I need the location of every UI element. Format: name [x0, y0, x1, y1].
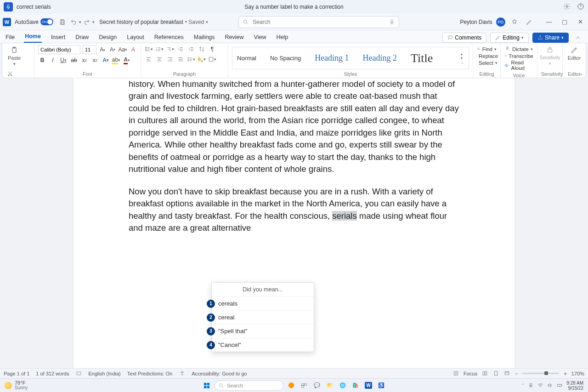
borders-icon[interactable]: ▾	[208, 55, 216, 63]
replace-button[interactable]: Replace	[477, 53, 497, 59]
system-clock[interactable]: 9:28 AM 9/15/22	[566, 381, 583, 391]
print-layout-icon[interactable]	[493, 370, 499, 377]
change-case-icon[interactable]: Aa▾	[119, 45, 127, 54]
save-icon[interactable]	[59, 18, 66, 26]
tray-battery-icon[interactable]	[557, 382, 563, 388]
minimize-button[interactable]: —	[544, 18, 554, 25]
tab-file[interactable]: File	[5, 32, 16, 43]
redo-icon[interactable]	[83, 18, 90, 26]
tab-review[interactable]: Review	[224, 32, 245, 43]
web-layout-icon[interactable]	[504, 370, 510, 377]
styles-gallery[interactable]: Normal No Spacing Heading 1 Heading 2 Ti…	[232, 47, 469, 69]
search-input[interactable]	[253, 19, 385, 25]
font-color-icon[interactable]: A▾	[123, 56, 131, 64]
style-normal[interactable]: Normal	[237, 55, 256, 62]
tab-draw[interactable]: Draw	[74, 32, 90, 43]
share-button[interactable]: Share▾	[532, 33, 569, 43]
spellcheck-icon[interactable]	[75, 370, 82, 377]
clear-formatting-icon[interactable]: A	[129, 45, 137, 54]
select-button[interactable]: Select▾	[477, 60, 497, 66]
font-name-select[interactable]	[38, 45, 80, 54]
weather-widget[interactable]: 78°F Sunny	[0, 381, 32, 390]
font-size-select[interactable]	[83, 45, 96, 54]
line-spacing-icon[interactable]: ▾	[187, 55, 195, 63]
editor-button[interactable]: Editor	[566, 45, 582, 62]
pen-icon[interactable]	[526, 18, 533, 26]
edge-icon[interactable]: 🌐	[338, 381, 348, 391]
microphone-icon[interactable]	[4, 2, 13, 11]
tab-help[interactable]: Help	[275, 32, 289, 43]
read-aloud-button[interactable]: Read Aloud	[504, 60, 533, 71]
read-mode-icon[interactable]	[482, 370, 488, 377]
page-count[interactable]: Page 1 of 1	[4, 371, 29, 376]
tab-layout[interactable]: Layout	[126, 32, 145, 43]
align-left-icon[interactable]	[145, 55, 153, 63]
italic-button[interactable]: I	[49, 56, 57, 64]
editing-mode-button[interactable]: Editing▾	[490, 33, 529, 43]
highlight-icon[interactable]: ab▾	[112, 56, 120, 64]
task-view-icon[interactable]	[299, 381, 309, 391]
sort-icon[interactable]	[198, 45, 206, 53]
maximize-button[interactable]: ▢	[560, 18, 570, 25]
subscript-button[interactable]: x2	[80, 56, 89, 64]
tab-references[interactable]: References	[153, 32, 185, 43]
help-icon[interactable]	[577, 3, 584, 11]
doc-name-dropdown[interactable]: ▾	[206, 20, 208, 24]
tray-volume-icon[interactable]	[547, 382, 553, 388]
text-predictions-status[interactable]: Text Predictions: On	[127, 371, 172, 376]
style-no-spacing[interactable]: No Spacing	[270, 55, 301, 62]
sensitivity-button[interactable]: Sensitivity ▾	[541, 45, 559, 67]
document-name[interactable]: Secret history of popular breakfast	[99, 19, 183, 25]
qat-customize[interactable]: ▾	[92, 20, 95, 24]
paragraph-1[interactable]: history. When humanity switched from a h…	[129, 78, 459, 176]
show-marks-icon[interactable]: ¶	[208, 45, 216, 53]
zoom-in-button[interactable]: +	[564, 371, 566, 376]
collapse-ribbon-icon[interactable]	[574, 34, 582, 41]
popup-option-3[interactable]: 3"Spell that"	[212, 324, 314, 338]
tab-mailings[interactable]: Mailings	[193, 32, 216, 43]
shading-icon[interactable]: ▾	[198, 55, 206, 63]
tray-mic-icon[interactable]	[528, 382, 534, 388]
highlighted-word[interactable]: serials	[332, 211, 356, 221]
accessibility-status[interactable]: Accessibility: Good to go	[192, 371, 247, 376]
cut-icon[interactable]	[6, 70, 14, 78]
increase-indent-icon[interactable]	[187, 45, 195, 53]
word-taskbar-icon[interactable]: W	[363, 381, 373, 391]
justify-icon[interactable]	[176, 55, 185, 63]
tab-home[interactable]: Home	[24, 31, 42, 43]
shrink-font-icon[interactable]: A▾	[109, 45, 117, 54]
tab-design[interactable]: Design	[98, 32, 118, 43]
store-icon[interactable]: 🛍️	[351, 381, 361, 391]
zoom-out-button[interactable]: −	[515, 371, 518, 376]
tab-insert[interactable]: Insert	[50, 32, 66, 43]
accessibility-taskbar-icon[interactable]: ♿	[376, 381, 386, 391]
align-center-icon[interactable]	[155, 55, 164, 63]
tab-view[interactable]: View	[253, 32, 267, 43]
taskbar-search[interactable]: Search	[215, 381, 283, 391]
grow-font-icon[interactable]: A▴	[99, 45, 107, 54]
copilot-icon[interactable]: 🟠	[286, 381, 296, 391]
close-button[interactable]: ✕	[575, 18, 585, 25]
superscript-button[interactable]: x2	[91, 56, 99, 64]
zoom-slider[interactable]	[522, 373, 559, 374]
style-heading1[interactable]: Heading 1	[315, 53, 349, 63]
tray-chevron-icon[interactable]: ˄	[522, 383, 524, 388]
search-box[interactable]	[238, 16, 399, 28]
user-name[interactable]: Peyton Davis	[460, 19, 492, 25]
paste-button[interactable]: Paste ▾	[6, 45, 23, 67]
tray-wifi-icon[interactable]	[537, 382, 543, 388]
start-button[interactable]	[202, 381, 212, 391]
popup-option-2[interactable]: 2cereal	[212, 311, 314, 324]
style-title[interactable]: Title	[411, 51, 433, 65]
bold-button[interactable]: B	[38, 56, 46, 64]
avatar[interactable]: PD	[496, 17, 505, 27]
zoom-level[interactable]: 170%	[571, 371, 584, 376]
focus-label[interactable]: Focus	[464, 371, 477, 376]
decrease-indent-icon[interactable]	[176, 45, 185, 53]
focus-icon[interactable]	[452, 370, 459, 377]
dictate-button[interactable]: Dictate▾	[504, 46, 533, 52]
popup-option-1[interactable]: 1cereals	[212, 297, 314, 311]
align-right-icon[interactable]	[166, 55, 174, 63]
ribbon-options-icon[interactable]: ⌄	[579, 71, 583, 76]
transcribe-button[interactable]: Transcribe	[504, 53, 533, 59]
